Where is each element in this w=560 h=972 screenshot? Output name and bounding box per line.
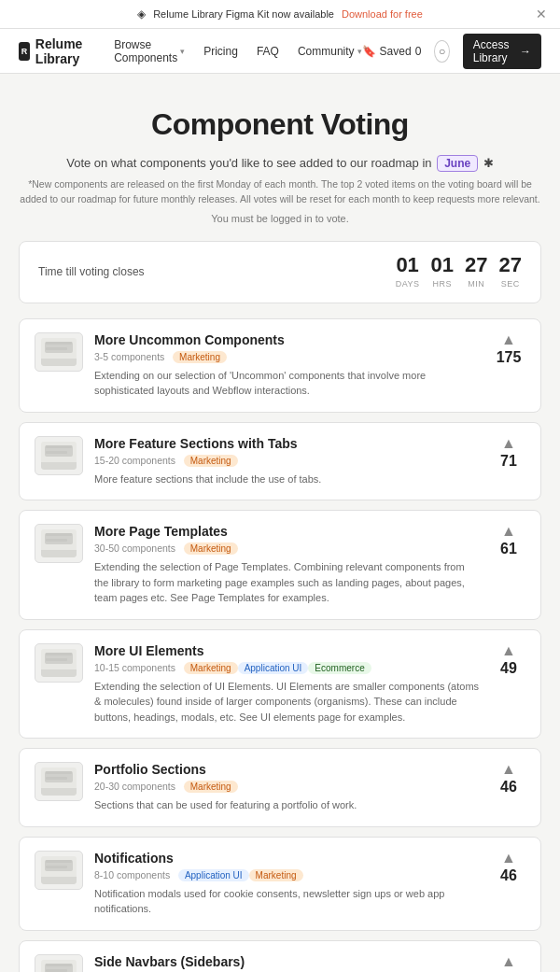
card-description: Extending the selection of Page Template… <box>94 559 481 606</box>
access-library-button[interactable]: Access Library → <box>463 34 541 69</box>
community-link[interactable]: Community ▾ <box>298 45 362 58</box>
card-meta: 15-20 components Marketing <box>94 455 481 467</box>
saved-count: 0 <box>415 45 422 58</box>
vote-cards-container: More Uncommon Components 3-5 components … <box>19 318 541 973</box>
card-thumbnail <box>35 954 83 973</box>
card-title: More Uncommon Components <box>94 332 285 347</box>
sec-number: 27 <box>499 255 522 275</box>
card-description: Sections that can be used for featuring … <box>94 797 481 813</box>
banner-link[interactable]: Download for free <box>342 8 423 20</box>
vote-count: 175 <box>497 349 522 366</box>
hrs-number: 01 <box>431 255 454 275</box>
card-body: More Uncommon Components 3-5 components … <box>94 332 481 399</box>
vote-count-column: ▲ 46 <box>492 762 525 796</box>
vote-count-column: ▲ 71 <box>492 436 525 470</box>
card-thumbnail <box>35 762 83 801</box>
card-description: Notification modals used for cookie cons… <box>94 886 481 917</box>
countdown-numbers: 01 DAYS 01 HRS 27 MIN 27 SEC <box>396 255 522 289</box>
page-title: Component Voting <box>19 107 541 142</box>
vote-card: Portfolio Sections 20-30 components Mark… <box>19 748 541 827</box>
card-description: More feature sections that include the u… <box>94 472 481 487</box>
card-header: More Feature Sections with Tabs <box>94 436 481 451</box>
tag-marketing: Marketing <box>184 662 238 674</box>
figma-icon: ◈ <box>137 7 146 21</box>
upvote-button[interactable]: ▲ <box>501 524 516 539</box>
faq-link[interactable]: FAQ <box>257 45 279 58</box>
countdown-hrs: 01 HRS <box>431 255 454 289</box>
card-title: Notifications <box>94 851 174 866</box>
upvote-button[interactable]: ▲ <box>501 954 516 969</box>
countdown-days: 01 DAYS <box>396 255 420 289</box>
upvote-button[interactable]: ▲ <box>501 332 516 347</box>
saved-button[interactable]: 🔖 Saved 0 <box>362 45 422 58</box>
saved-label: Saved <box>380 45 412 58</box>
vote-count: 71 <box>500 453 517 470</box>
card-meta: 3-5 components Marketing <box>94 351 481 363</box>
card-thumbnail <box>35 436 83 475</box>
nav-links: Browse Components ▾ Pricing FAQ Communit… <box>114 38 361 64</box>
pricing-link[interactable]: Pricing <box>203 45 238 58</box>
days-label: DAYS <box>396 279 420 289</box>
tag-marketing: Marketing <box>184 781 238 793</box>
tag-ecommerce: Ecommerce <box>308 662 371 674</box>
card-meta: 20-30 components Marketing <box>94 781 481 793</box>
arrow-icon: → <box>520 45 531 58</box>
card-meta: 10-15 components MarketingApplication UI… <box>94 662 481 674</box>
card-title: Side Navbars (Sidebars) <box>94 954 245 969</box>
card-body: More Feature Sections with Tabs 15-20 co… <box>94 436 481 487</box>
upvote-button[interactable]: ▲ <box>501 643 516 658</box>
min-number: 27 <box>465 255 487 275</box>
vote-count-column: ▲ 46 <box>492 851 525 884</box>
vote-count: 46 <box>500 867 517 884</box>
sec-label: SEC <box>501 279 520 289</box>
card-header: More Uncommon Components <box>94 332 481 347</box>
card-thumbnail <box>35 332 83 372</box>
logo-icon: R <box>19 42 30 61</box>
user-icon[interactable]: ○ <box>434 40 449 63</box>
card-title: More Page Templates <box>94 524 228 539</box>
card-header: Side Navbars (Sidebars) <box>94 954 481 969</box>
countdown-min: 27 MIN <box>465 255 487 289</box>
card-body: Portfolio Sections 20-30 components Mark… <box>94 762 481 813</box>
tag-appui: Application UI <box>238 662 309 674</box>
vote-subtitle: Vote on what components you'd like to se… <box>19 155 541 172</box>
upvote-button[interactable]: ▲ <box>501 851 516 866</box>
days-number: 01 <box>396 255 420 275</box>
countdown-label: Time till voting closes <box>38 265 145 278</box>
vote-card: More UI Elements 10-15 components Market… <box>19 629 541 740</box>
hrs-label: HRS <box>433 279 453 289</box>
vote-count-column: ▲ 175 <box>492 332 525 366</box>
vote-card: Side Navbars (Sidebars) 3-5 components A… <box>19 940 541 973</box>
vote-note: *New components are released on the firs… <box>19 177 541 207</box>
vote-card: More Feature Sections with Tabs 15-20 co… <box>19 422 541 501</box>
banner-text: Relume Library Figma Kit now available <box>153 8 334 20</box>
browse-components-link[interactable]: Browse Components ▾ <box>114 38 185 64</box>
tag-appui: Application UI <box>178 869 249 881</box>
upvote-button[interactable]: ▲ <box>501 436 516 451</box>
card-description: Extending on our selection of 'Uncommon'… <box>94 368 481 399</box>
card-title: More Feature Sections with Tabs <box>94 436 298 451</box>
vote-count: 61 <box>500 541 517 557</box>
card-meta: 30-50 components Marketing <box>94 542 481 555</box>
tag-marketing: Marketing <box>184 455 238 467</box>
countdown-sec: 27 SEC <box>499 255 522 289</box>
main-content: Component Voting Vote on what components… <box>0 74 560 972</box>
close-icon[interactable]: ✕ <box>536 7 547 21</box>
upvote-button[interactable]: ▲ <box>501 762 516 777</box>
card-body: Notifications 8-10 components Applicatio… <box>94 851 481 917</box>
card-body: More Page Templates 30-50 components Mar… <box>94 524 481 606</box>
navbar: R Relume Library Browse Components ▾ Pri… <box>0 29 560 74</box>
bookmark-icon: 🔖 <box>362 45 376 58</box>
logo[interactable]: R Relume Library <box>19 36 91 66</box>
vote-count: 46 <box>500 779 517 796</box>
logo-text: Relume Library <box>35 36 91 66</box>
navbar-left: R Relume Library Browse Components ▾ Pri… <box>19 36 362 66</box>
card-header: Portfolio Sections <box>94 762 481 777</box>
login-note: You must be logged in to vote. <box>19 213 541 224</box>
card-title: Portfolio Sections <box>94 762 206 777</box>
card-description: Extending the selection of UI Elements. … <box>94 679 481 725</box>
tag-marketing: Marketing <box>184 542 238 555</box>
vote-count-column: ▲ 49 <box>492 643 525 677</box>
card-title: More UI Elements <box>94 643 203 658</box>
top-banner: ◈ Relume Library Figma Kit now available… <box>0 0 560 29</box>
